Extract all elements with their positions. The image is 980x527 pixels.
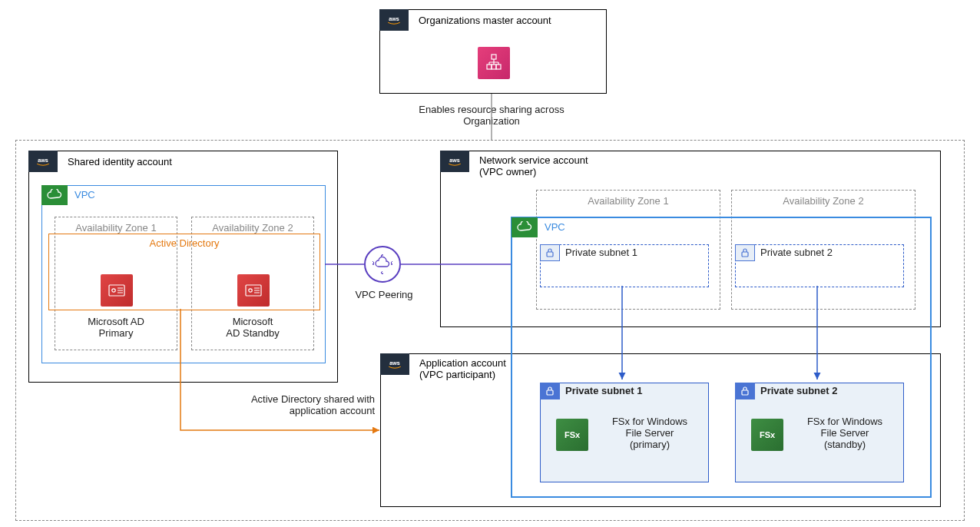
svg-rect-13 xyxy=(742,252,748,257)
svg-text:aws: aws xyxy=(449,157,460,164)
ad-primary-caption: Microsoft AD Primary xyxy=(55,316,177,339)
vpc-label: VPC xyxy=(545,221,565,233)
organizations-icon xyxy=(478,47,510,79)
master-caption-text: Enables resource sharing across Organiza… xyxy=(419,104,564,127)
lock-icon xyxy=(540,383,560,399)
ad-shared-caption: Active Directory shared with application… xyxy=(214,393,375,416)
svg-rect-14 xyxy=(547,390,553,395)
vpc-label: VPC xyxy=(74,189,95,201)
svg-rect-15 xyxy=(742,390,748,395)
fsx-icon: FSx xyxy=(751,419,783,451)
svg-rect-4 xyxy=(496,65,501,69)
fsx-standby-caption: FSx for Windows File Server (standby) xyxy=(791,416,899,450)
aws-logo-icon: aws xyxy=(379,9,409,31)
cloud-icon xyxy=(512,217,538,237)
network-title: Network service account (VPC owner) xyxy=(479,154,588,177)
net-subnet1-label: Private subnet 1 xyxy=(565,247,637,258)
net-subnet2-label: Private subnet 2 xyxy=(760,247,833,258)
aws-logo-icon: aws xyxy=(440,151,469,172)
lock-icon xyxy=(540,244,560,261)
lock-icon xyxy=(735,383,755,399)
aws-logo-icon: aws xyxy=(380,353,409,375)
svg-rect-12 xyxy=(547,252,553,257)
master-account-title: Organizations master account xyxy=(419,15,551,26)
app-title: Application account (VPC participant) xyxy=(419,357,506,380)
shared-vpc: VPC Private subnet 1 Private subnet 2 Pr… xyxy=(511,217,932,498)
app-subnet1: Private subnet 1 FSx FSx for Windows Fil… xyxy=(540,383,709,482)
app-subnet2: Private subnet 2 FSx FSx for Windows Fil… xyxy=(735,383,904,482)
master-account-box: aws Organizations master account xyxy=(379,9,607,94)
svg-text:aws: aws xyxy=(38,157,48,164)
cloud-icon xyxy=(41,185,68,205)
svg-text:aws: aws xyxy=(389,16,399,22)
svg-rect-2 xyxy=(487,65,492,69)
lock-icon xyxy=(735,244,755,261)
svg-rect-3 xyxy=(492,65,496,69)
net-subnet2: Private subnet 2 xyxy=(735,244,904,287)
app-subnet1-label: Private subnet 1 xyxy=(565,385,642,396)
identity-title: Shared identity account xyxy=(68,156,172,167)
identity-account-box: aws Shared identity account VPC Availabi… xyxy=(28,151,338,383)
active-directory-group: Active Directory xyxy=(48,234,320,310)
net-az2-label: Availability Zone 2 xyxy=(732,195,915,207)
svg-text:aws: aws xyxy=(389,360,400,366)
svg-rect-1 xyxy=(492,55,496,59)
aws-logo-icon: aws xyxy=(28,151,58,172)
vpc-peering-icon xyxy=(364,246,401,283)
ad-standby-caption: Microsoft AD Standby xyxy=(192,316,313,339)
net-az1-label: Availability Zone 1 xyxy=(537,195,720,207)
fsx-primary-caption: FSx for Windows File Server (primary) xyxy=(596,416,704,450)
active-directory-label: Active Directory xyxy=(49,237,319,249)
vpc-peering-label: VPC Peering xyxy=(349,289,419,300)
net-subnet1: Private subnet 1 xyxy=(540,244,709,287)
identity-vpc: VPC Availability Zone 1 Microsoft AD Pri… xyxy=(41,185,326,363)
az2-label: Availability Zone 2 xyxy=(192,222,313,234)
master-caption: Enables resource sharing across Organiza… xyxy=(415,104,568,127)
app-subnet2-label: Private subnet 2 xyxy=(760,385,837,396)
fsx-icon: FSx xyxy=(556,419,588,451)
az1-label: Availability Zone 1 xyxy=(55,222,177,234)
